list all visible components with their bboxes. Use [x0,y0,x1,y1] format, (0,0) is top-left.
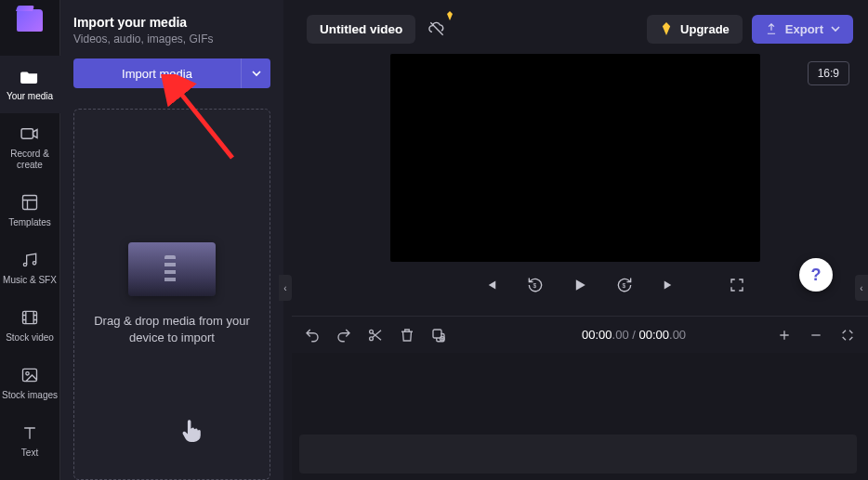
rail-templates[interactable]: Templates [0,182,60,240]
timecode: 00:00.00 / 00:00.00 [582,328,686,342]
rewind-button[interactable]: $ [523,273,547,297]
rail-text[interactable]: Text [0,412,60,470]
fit-icon [840,328,855,343]
scissors-icon [367,327,384,344]
rail-label: Templates [8,217,51,228]
timeline-toolbar: 00:00.00 / 00:00.00 [292,316,868,353]
timeline[interactable] [292,353,868,480]
redo-button[interactable] [335,326,353,344]
svg-rect-1 [23,196,37,210]
svg-rect-0 [21,129,33,139]
undo-button[interactable] [303,326,322,344]
zoom-tools [775,326,857,344]
rail-label: Text [21,448,38,459]
fullscreen-icon [729,277,745,293]
play-button[interactable] [568,273,592,297]
undo-icon [304,327,321,344]
timeline-track[interactable] [299,435,857,474]
svg-point-3 [33,262,35,265]
trash-icon [399,327,415,344]
top-bar: Untitled video Upgrade Export [292,11,868,46]
current-frac: .00 [612,328,629,342]
chevron-down-icon [831,24,840,33]
image-icon [20,364,39,386]
rail-music-sfx[interactable]: Music & SFX [0,240,60,297]
transport-controls: $ $ [292,273,868,297]
minus-icon [809,328,823,343]
rail-record-create[interactable]: Record & create [0,113,60,182]
camera-icon [20,123,40,145]
help-button[interactable]: ? [799,258,833,292]
collapse-side-panel[interactable]: ‹ [279,275,292,301]
aspect-ratio-button[interactable]: 16:9 [808,61,849,85]
rail-label: Record & create [0,149,60,171]
rail-label: Music & SFX [3,275,57,286]
time-sep: / [629,328,639,342]
svg-point-9 [370,330,374,333]
rail-stock-images[interactable]: Stock images [0,355,60,412]
fullscreen-button[interactable] [725,273,749,297]
diamond-icon [445,11,454,20]
skip-start-icon [482,277,499,293]
chevron-left-icon: ‹ [283,283,286,293]
project-title[interactable]: Untitled video [307,15,415,44]
duplicate-button[interactable] [429,326,448,344]
cloud-off-icon [427,19,446,38]
rail-stock-video[interactable]: Stock video [0,297,60,355]
collapse-right-panel[interactable]: ‹ [855,275,868,301]
app-logo-icon [17,9,43,32]
delete-button[interactable] [398,326,416,344]
film-icon [20,306,39,329]
split-button[interactable] [366,326,385,344]
copy-plus-icon [430,327,447,344]
svg-text:$: $ [623,282,626,289]
chevron-left-icon: ‹ [860,283,862,293]
import-row: Import media [73,58,270,88]
rail-your-media[interactable]: Your media [0,56,60,113]
media-dropzone[interactable]: Drag & drop media from your device to im… [73,109,270,480]
help-label: ? [811,266,822,285]
rail-label: Stock video [6,332,54,344]
svg-rect-5 [23,369,37,381]
import-media-caret[interactable] [241,58,270,88]
upload-icon [765,22,778,35]
import-media-button[interactable]: Import media [73,58,241,88]
folder-icon [20,65,40,87]
forward-button[interactable]: $ [612,273,637,297]
fit-button[interactable] [838,326,857,344]
side-hint: Videos, audio, images, GIFs [73,32,270,45]
svg-point-10 [370,336,374,340]
skip-end-button[interactable] [657,273,681,297]
svg-point-2 [23,263,26,266]
diamond-icon [660,22,673,35]
text-icon [20,422,39,444]
video-preview[interactable] [390,54,760,262]
chevron-down-icon [252,69,261,78]
svg-point-6 [26,372,29,375]
cloud-sync-button[interactable] [425,17,449,41]
plus-icon [777,328,792,343]
total-frac: .00 [669,328,686,342]
total-time: 00:00 [638,328,669,342]
rail-label: Your media [7,91,53,102]
skip-start-button[interactable] [479,273,503,297]
export-button[interactable]: Export [752,15,853,44]
upgrade-label: Upgrade [680,22,730,36]
zoom-out-button[interactable] [807,326,825,344]
left-rail: Your media Record & create Templates Mus… [0,0,60,480]
upgrade-button[interactable]: Upgrade [647,15,743,44]
main-area: Untitled video Upgrade Export 16:9 $ [292,0,868,480]
music-icon [20,249,39,271]
templates-icon [20,191,39,214]
hand-pointer-icon [178,418,204,444]
dropzone-text: Drag & drop media from your device to im… [93,313,251,346]
zoom-in-button[interactable] [775,326,794,344]
svg-rect-11 [433,330,441,338]
forward-icon: $ [615,276,634,294]
current-time: 00:00 [582,328,612,342]
svg-text:$: $ [533,282,537,289]
dropzone-thumb-icon [128,242,216,296]
side-title: Import your media [73,15,270,30]
rewind-icon: $ [526,276,545,294]
export-label: Export [785,22,823,36]
